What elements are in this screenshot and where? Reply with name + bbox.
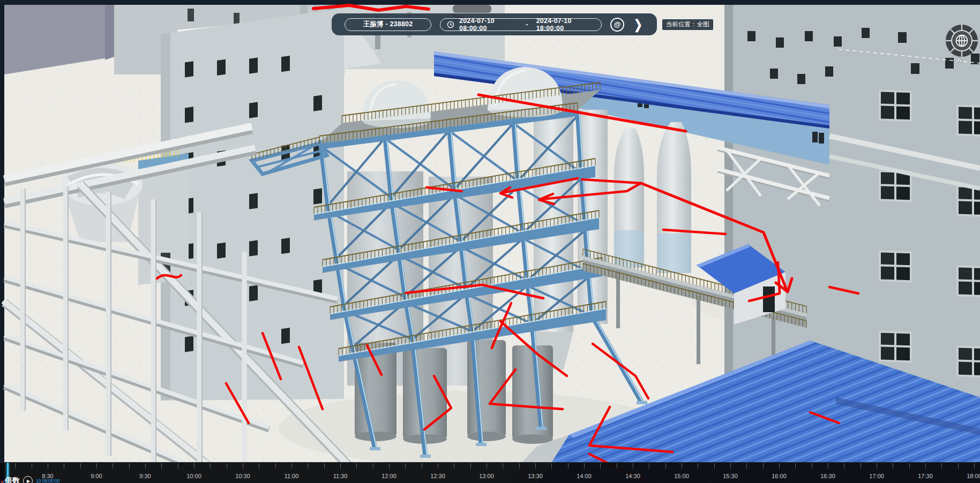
timeline-label: 15:30 [714,473,746,479]
playback-controls: 倍数 ▶ 10 08:00:00 [5,475,59,483]
timeline-tick [665,463,666,469]
timeline-tick [259,463,259,469]
timeline-tick [584,463,585,469]
timeline-tick [941,463,942,469]
timeline-tick [324,463,325,469]
playback-time: 10 08:00:00 [36,478,59,483]
timeline-tick [503,463,503,469]
timeline-tick [877,463,877,469]
person-label: 王振博 - 238802 [363,20,413,29]
timeline-tick [210,463,211,469]
timeline-tick [438,463,438,469]
timeline-tick [422,463,422,469]
timeline-label: 11:00 [275,473,308,479]
timeline-tick [80,463,81,469]
timeline-tick [470,463,471,469]
timeline-label: 11:30 [324,473,356,479]
timeline-tick [909,463,910,469]
timeline-tick [763,463,764,469]
timeline-tick [812,463,812,469]
clock-icon [447,21,454,28]
play-icon: ▶ [27,479,30,483]
timeline-tick [828,463,828,469]
timeline-tick [861,463,861,469]
timeline-tick [551,463,552,469]
timeline-label: 10:00 [178,473,210,479]
timeline-tick [617,463,617,469]
timeline-tick [535,463,536,469]
timeline-tick [698,463,698,469]
timeline-tick [243,463,243,469]
top-strip [0,0,980,5]
timeline-tick [487,463,487,469]
current-location-badge: 当前位置：全图 [662,19,714,31]
viewport-3d[interactable]: 王振博 - 238802 2024-07-10 08:00:00 - 2024-… [0,0,980,483]
timeline-tick [746,463,747,469]
timeline-tick [649,463,649,469]
current-location-text: 当前位置：全图 [666,21,709,27]
timeline-label: 15:00 [665,473,698,479]
timeline-tick [145,463,146,469]
timeline-label: 9:00 [80,473,113,479]
timeline-label: 14:00 [568,473,600,479]
timeline-label: 13:00 [470,473,503,479]
timeline-tick [795,463,796,469]
timeline-tick [389,463,390,469]
timeline-tick [405,463,406,469]
play-button[interactable]: ▶ [23,476,33,483]
time-end: 2024-07-10 18:00:00 [536,17,595,32]
timeline-tick [129,463,130,469]
left-strip [0,5,4,483]
scene-3d [0,0,980,483]
timeline-tick [113,463,113,469]
timeline-tick [454,463,454,469]
timeline-label: 17:30 [909,473,941,479]
timeline-tick [356,463,357,469]
timeline-label: 12:30 [422,473,454,479]
time-separator: - [522,21,531,28]
locate-icon: @ [614,21,621,28]
timeline-scrubber[interactable]: 8:309:009:3010:0010:3011:0011:3012:0012:… [0,462,980,483]
timeline-tick [714,463,715,469]
timeline-tick [925,463,926,469]
timeline-label: 18:00 [958,473,980,479]
person-selector[interactable]: 王振博 - 238802 [345,18,431,31]
timeline-tick [227,463,227,469]
timeline-label: 14:30 [617,473,649,479]
timeline-tick [96,463,97,469]
timeline-tick [291,463,292,469]
compass-gizmo[interactable]: N [944,23,980,66]
timeline-label: 16:00 [763,473,795,479]
timeline-label: 17:00 [861,473,893,479]
timeline-tick [32,463,32,469]
timeline-tick [48,463,48,469]
time-range-picker[interactable]: 2024-07-10 08:00:00 - 2024-07-10 18:00:0… [440,18,602,31]
compass-north-label: N [957,57,962,63]
timeline-label: 16:30 [812,473,844,479]
timeline-tick [568,463,568,469]
timeline-tick [519,463,520,469]
building-right [724,5,980,411]
timeline-tick [373,463,373,469]
timeline-tick [682,463,682,469]
timeline-tick [730,463,731,469]
timeline-tick [893,463,893,469]
tracking-toolbar: 王振博 - 238802 2024-07-10 08:00:00 - 2024-… [332,13,657,35]
timeline-tick [633,463,633,469]
timeline-label: 10:30 [227,473,259,479]
timeline-tick [161,463,162,469]
timeline-tick [958,463,959,469]
compass-icon [944,23,980,66]
timeline-tick [15,463,16,469]
timeline-tick [275,463,276,469]
timeline-label: 13:30 [519,473,551,479]
timeline-tick [974,463,975,469]
timeline-tick [308,463,308,469]
timeline-tick [844,463,844,469]
timeline-tick [64,463,64,469]
next-button[interactable]: ❯ [633,17,644,32]
speed-label: 倍数 [5,476,20,483]
chevron-right-icon: ❯ [634,17,642,31]
locate-button[interactable]: @ [610,18,624,32]
timeline-tick [600,463,601,469]
